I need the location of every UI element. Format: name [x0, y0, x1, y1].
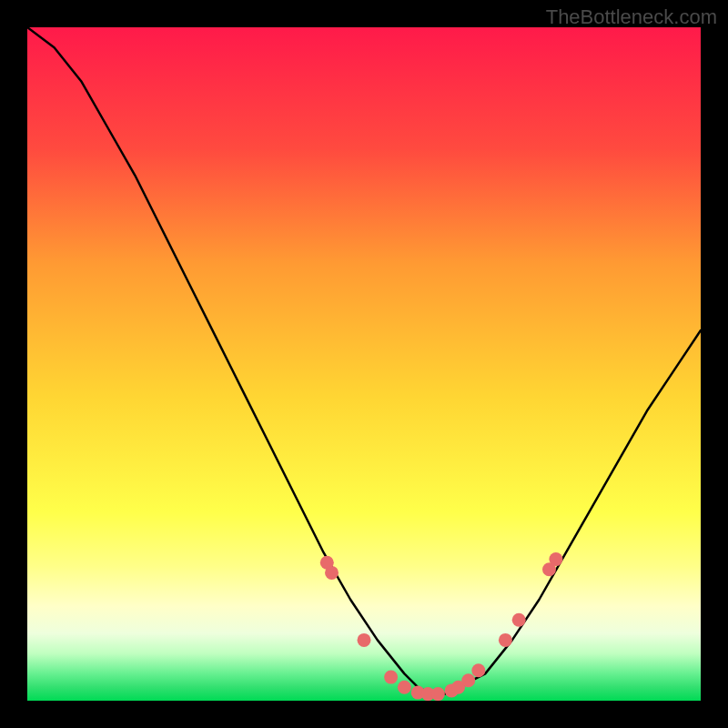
- attribution-text: TheBottleneck.com: [546, 5, 717, 29]
- bottleneck-curve: [27, 27, 701, 694]
- threshold-marker: [549, 552, 562, 566]
- threshold-marker: [384, 671, 398, 684]
- threshold-marker: [358, 633, 371, 647]
- threshold-marker: [461, 673, 475, 687]
- plot-area: [27, 27, 701, 701]
- threshold-marker: [471, 663, 485, 677]
- threshold-marker: [431, 687, 445, 701]
- threshold-marker: [325, 566, 339, 580]
- threshold-marker: [512, 613, 526, 627]
- threshold-marker: [499, 633, 512, 647]
- threshold-marker: [398, 681, 411, 694]
- bottleneck-curve-svg: [27, 27, 701, 701]
